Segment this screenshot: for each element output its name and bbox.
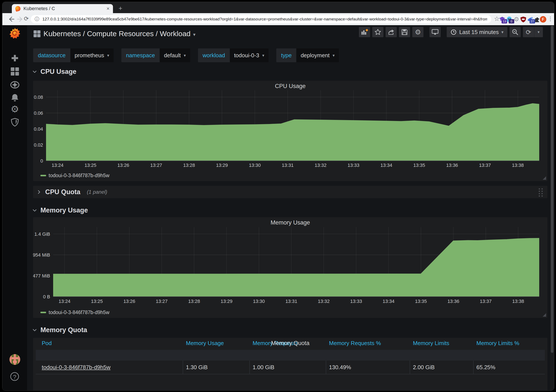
variable-label: datasource [33,48,70,62]
legend-series-name: todoui-0-3-846f787b-d9h5w [49,310,109,315]
cpu-usage-chart[interactable]: 13:2413:2513:2613:2713:2813:2913:3013:31… [33,81,547,181]
svg-text:13:34: 13:34 [380,163,392,168]
svg-text:0 B: 0 B [43,294,50,299]
svg-text:13:31: 13:31 [285,298,297,304]
section-memory-quota[interactable]: Memory Quota [32,326,87,334]
page-scrollbar[interactable] [550,25,554,391]
svg-text:13:29: 13:29 [221,298,232,304]
time-range-picker[interactable]: Last 15 minutes ▾ [447,27,507,37]
svg-text:13:29: 13:29 [216,163,228,168]
sidebar-alerting-icon[interactable] [10,93,19,102]
svg-text:13:35: 13:35 [413,163,425,168]
panel-resize-handle[interactable] [543,176,546,180]
section-memory-usage[interactable]: Memory Usage [32,206,88,214]
variable-value: prometheus [75,52,104,59]
browser-menu-kebab-icon[interactable]: ⋮ [548,16,553,22]
browser-profile-avatar[interactable]: F [540,16,546,23]
extension-puzzle-icon[interactable] [534,16,540,23]
dashboard-settings-button[interactable]: ⚙ [412,27,424,37]
dashboard-header: Kubernetes / Compute Resources / Workloa… [27,25,550,42]
sidebar-create-icon[interactable] [10,54,19,63]
table-divider [473,361,474,374]
tab-close-icon[interactable]: × [107,6,109,12]
svg-text:0: 0 [40,158,43,164]
svg-text:13:28: 13:28 [183,163,195,168]
extension-shield-icon[interactable] [520,16,526,23]
dashboard-title[interactable]: Kubernetes / Compute Resources / Workloa… [43,30,196,38]
variable-value: default [164,52,181,59]
extension-gear-icon[interactable]: ⚙ [513,16,520,23]
panel-title[interactable]: Memory Quota [33,340,547,347]
url-bar[interactable]: ⓘ 127.0.0.1:3002/d/a164a7f0339f99e89cea5… [31,15,491,23]
sidebar-dashboards-icon[interactable] [10,67,19,76]
variable-value: deployment [301,52,329,59]
svg-text:13:31: 13:31 [282,163,294,168]
panel-resize-handle[interactable] [543,313,546,317]
panel-title[interactable]: Memory Usage [33,219,547,226]
svg-text:13:24: 13:24 [59,298,70,304]
extension-icon[interactable]: 13 [499,16,505,23]
memory-usage-chart[interactable]: 13:2413:2513:2613:2713:2813:2913:3013:31… [33,217,547,318]
panel-cpu-usage: CPU Usage 13:2413:2513:2613:2713:2813:29… [33,81,547,181]
sidebar-configuration-icon[interactable]: ⚙ [10,104,19,113]
svg-text:13:33: 13:33 [350,298,362,304]
svg-text:477 MiB: 477 MiB [33,273,50,279]
browser-tab[interactable]: Kubernetes / C × [12,4,113,13]
svg-text:13:36: 13:36 [447,298,459,304]
section-cpu-quota[interactable]: CPU Quota (1 panel) [33,186,547,198]
cycle-view-button[interactable] [430,27,441,37]
extension-icon[interactable]: 0 [506,16,513,23]
legend-swatch [40,312,46,313]
svg-text:13:38: 13:38 [512,163,524,168]
table-divider [326,361,326,374]
svg-text:13:32: 13:32 [315,163,326,168]
grafana-favicon-icon [15,5,21,12]
help-icon[interactable]: ? [10,372,19,381]
svg-text:954 MiB: 954 MiB [33,252,50,258]
sidebar-explore-icon[interactable] [10,80,19,89]
svg-text:13:30: 13:30 [249,163,261,168]
panel-title[interactable]: CPU Usage [33,83,547,90]
chevron-right-icon [37,190,41,194]
variable-type[interactable]: type deployment▾ [276,48,339,62]
browser-tabstrip: Kubernetes / C × + [2,2,554,13]
refresh-button[interactable]: ⟳ [523,27,534,37]
reload-icon[interactable]: ⟳ [24,15,29,22]
svg-text:0.06: 0.06 [34,110,43,116]
svg-text:13:37: 13:37 [479,163,491,168]
refresh-interval-caret[interactable]: ▾ [534,27,543,37]
add-panel-button[interactable] [359,27,370,37]
pod-link[interactable]: todoui-0-3-846f787b-d9h5w [42,361,110,374]
back-icon[interactable] [8,16,15,22]
variable-value: todoui-0-3 [234,52,259,59]
section-cpu-usage[interactable]: CPU Usage [32,68,76,76]
row-drag-handle[interactable] [538,188,543,197]
scrollbar-thumb[interactable] [551,26,553,353]
svg-text:13:34: 13:34 [383,298,394,304]
legend-item[interactable]: todoui-0-3-846f787b-d9h5w [40,173,109,179]
variable-datasource[interactable]: datasource prometheus▾ [33,48,114,62]
variable-workload[interactable]: workload todoui-0-3▾ [198,48,269,62]
table-divider [183,361,183,374]
svg-text:0.08: 0.08 [34,94,43,100]
cell-memory-requests: 1.00 GiB [253,361,274,374]
dashboard-grid-icon[interactable] [33,30,41,38]
panel-memory-usage: Memory Usage 13:2413:2513:2613:2713:2813… [33,217,547,318]
new-tab-button[interactable]: + [119,5,123,12]
sidebar-admin-shield-icon[interactable] [10,118,19,127]
grafana-logo-icon[interactable] [9,27,21,39]
table-row-border [36,374,545,374]
star-dashboard-button[interactable] [372,27,383,37]
share-dashboard-button[interactable] [386,27,397,37]
svg-text:13:38: 13:38 [512,298,524,304]
grafana-content: Kubernetes / Compute Resources / Workloa… [27,25,550,391]
forward-icon[interactable] [16,16,23,22]
extension-icon[interactable]: 27 [527,16,533,23]
variable-caret-icon: ▾ [333,53,335,58]
legend-item[interactable]: todoui-0-3-846f787b-d9h5w [40,310,109,315]
save-dashboard-button[interactable] [399,27,410,37]
user-avatar[interactable] [9,354,20,365]
variable-namespace[interactable]: namespace default▾ [121,48,190,62]
site-info-icon[interactable]: ⓘ [35,16,39,22]
zoom-out-button[interactable] [510,27,521,37]
